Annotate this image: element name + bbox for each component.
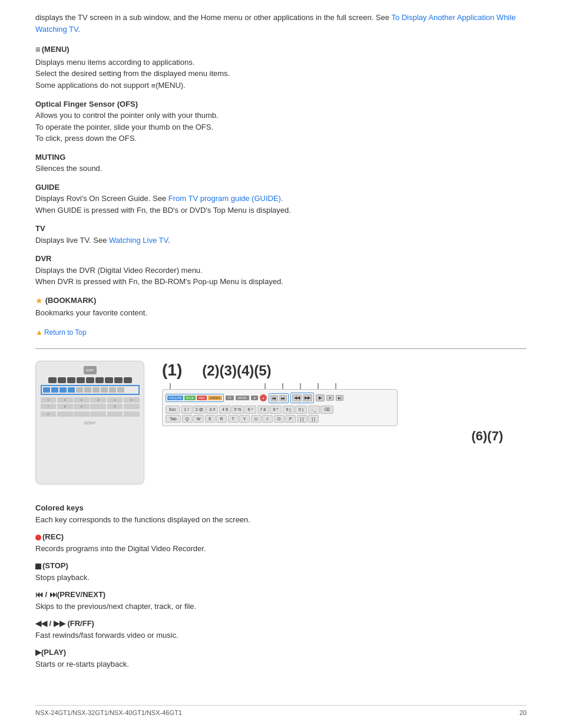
ofs-desc1: Allows you to control the pointer only w…	[35, 110, 527, 121]
tv-desc1-before: Displays live TV. See	[35, 236, 109, 245]
remote-brand-text: SONY	[84, 421, 96, 425]
key-2: 2 @	[193, 406, 206, 414]
key-tab: Tab	[166, 415, 181, 423]
frff-label-line: ◀◀ / ▶▶ (FR/FF)	[35, 618, 527, 630]
remote-top-btn1: SONY	[84, 366, 97, 374]
ofs-desc3: To click, press down the OFS.	[35, 133, 527, 144]
remote-btn7	[117, 387, 124, 393]
key-rbracket: ] }	[308, 415, 319, 423]
footer-page: 20	[520, 709, 527, 716]
tv-link[interactable]: Watching Live TV	[109, 236, 168, 245]
remote-r3-6	[124, 411, 140, 417]
remote-btn2	[76, 387, 83, 393]
remote-n7: 7	[41, 404, 57, 409]
key-p: P	[285, 415, 296, 423]
keyboard-next-btn: ⏭	[279, 395, 287, 401]
key-0: 0 )	[295, 406, 307, 414]
stop-section: (STOP) Stops playback.	[35, 560, 527, 583]
bookmark-section: ★ (BOOKMARK) Bookmarks your favorite con…	[35, 295, 527, 319]
guide-desc2: When GUIDE is pressed with Fn, the BD's …	[35, 205, 527, 216]
colored-keys-heading: Colored keys	[35, 503, 84, 512]
stop-label-line: (STOP)	[35, 560, 527, 572]
stop-label: (STOP)	[42, 561, 68, 570]
guide-section: GUIDE Displays Rovi's On Screen Guide. S…	[35, 182, 527, 216]
remote-image: SONY	[35, 361, 144, 485]
remote-btn-e	[86, 377, 94, 383]
remote-btn6	[109, 387, 116, 393]
rec-label: (REC)	[42, 532, 64, 541]
key-4: 4 $	[219, 406, 231, 414]
keyboard-mode-btn: MODE	[236, 396, 249, 400]
remote-n8: 8	[57, 404, 73, 409]
colored-keys-desc: Each key corresponds to the functions di…	[35, 514, 527, 526]
callout-numbers-bottom: (6)(7)	[162, 429, 527, 444]
rec-section: (REC) Records programs into the Digital …	[35, 531, 527, 554]
key-r: R	[216, 415, 227, 423]
remote-btn3	[84, 387, 91, 393]
remote-btn4	[92, 387, 100, 393]
tv-desc1-end: .	[168, 236, 170, 245]
keyboard-tv-btn: TV	[226, 396, 234, 400]
keyboard-qwerty-row: Tab Q W E R T Y U I O P [ { ] }	[166, 415, 394, 423]
keyboard-prev-btn: ⏮	[270, 395, 278, 401]
remote-r3-5	[107, 411, 123, 417]
key-t: T	[228, 415, 239, 423]
keyboard-follow-btn: FOLLOW	[167, 396, 183, 400]
key-u: U	[251, 415, 262, 423]
menu-desc2: Select the desired setting from the disp…	[35, 68, 527, 80]
colored-keys-section: Colored keys Each key corresponds to the…	[35, 502, 527, 670]
play-desc1: Starts or re-starts playback.	[35, 658, 527, 670]
remote-btn-b	[58, 377, 66, 383]
return-to-top-link[interactable]: Return to Top	[44, 328, 87, 337]
keyboard-top-strip: FOLLOW BLUE RED GREEN TV MODE ★ ● ⏮	[166, 393, 394, 403]
prevnext-desc1: Skips to the previous/next chapter, trac…	[35, 601, 527, 612]
remote-btn-d	[77, 377, 85, 383]
tv-label: TV	[35, 224, 45, 233]
callout-lines-top	[162, 383, 398, 389]
menu-desc3-end: (MENU).	[156, 81, 186, 90]
remote-nx	[124, 404, 140, 409]
key-esc: Esc	[166, 406, 180, 414]
remote-blue1	[43, 387, 50, 393]
keyboard-extra-btn: ★	[251, 396, 258, 400]
dvr-label: DVR	[35, 254, 51, 263]
remote-n2: 2	[57, 397, 73, 403]
key-o: O	[274, 415, 285, 423]
key-q: Q	[182, 415, 193, 423]
remote-btn5	[101, 387, 108, 393]
keyboard-pause-btn: ⏸	[326, 395, 334, 401]
guide-link[interactable]: From TV program guide (GUIDE).	[168, 194, 283, 203]
keyboard-number-row: Esc 1 ! 2 @ 3 # 4 $ 5 % 6 ^ 7 & 8 * 9 ( …	[166, 406, 394, 414]
remote-numpad: 1 2 3 4 5 6 7 8 9 · 0	[41, 397, 140, 409]
keyboard-rec-dot: ●	[260, 394, 267, 401]
remote-btn-c	[67, 377, 75, 383]
rec-dot-icon	[35, 535, 41, 541]
key-7: 7 &	[257, 406, 269, 414]
bookmark-icon: ★	[35, 296, 43, 305]
stop-desc1: Stops playback.	[35, 572, 527, 584]
remote-highlighted-row	[41, 385, 140, 395]
callout-numbers-row: (1) (2)(3)(4)(5)	[162, 361, 527, 380]
remote-btn-a	[48, 377, 57, 383]
ofs-label: Optical Finger Sensor (OFS)	[35, 100, 138, 108]
muting-label: MUTING	[35, 153, 65, 162]
keyboard-red-btn: RED	[197, 396, 207, 400]
ofs-section: Optical Finger Sensor (OFS) Allows you t…	[35, 98, 527, 144]
menu-section: ≡(MENU) Displays menu items according to…	[35, 43, 527, 91]
diagram-section: SONY	[35, 361, 527, 485]
remote-btn-i	[124, 377, 132, 383]
play-label-line: ▶(PLAY)	[35, 647, 527, 658]
remote-btn-g	[105, 377, 113, 383]
remote-r3-1: +/-	[41, 411, 57, 417]
prevnext-label: ⏮ / ⏭(PREV/NEXT)	[35, 590, 105, 599]
remote-n4: 4	[90, 397, 106, 403]
key-w: W	[193, 415, 204, 423]
menu-desc3: Some applications do not support ≡(MENU)…	[35, 80, 527, 91]
key-3: 3 #	[206, 406, 218, 414]
play-label: ▶(PLAY)	[35, 648, 66, 657]
menu-icon: ≡	[35, 44, 41, 54]
menu-label: (MENU)	[42, 45, 70, 54]
frff-desc1: Fast rewinds/fast forwards video or musi…	[35, 630, 527, 641]
remote-n5: 5	[107, 397, 123, 403]
tv-desc1-line: Displays live TV. See Watching Live TV.	[35, 235, 527, 246]
